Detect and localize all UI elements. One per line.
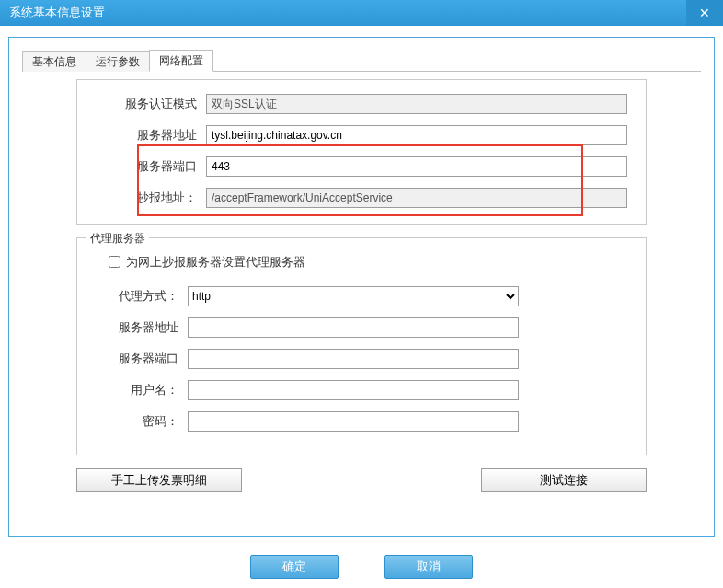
- ok-button[interactable]: 确定: [250, 555, 339, 579]
- label-proxy-password: 密码：: [96, 413, 188, 430]
- row-server-address: 服务器地址: [96, 124, 627, 146]
- close-icon: ✕: [699, 6, 710, 19]
- tab-basic-info[interactable]: 基本信息: [22, 51, 86, 72]
- auth-mode-field: 双向SSL认证: [206, 94, 627, 114]
- proxy-fieldset: 代理服务器 为网上抄报服务器设置代理服务器 代理方式： http 服务器地址: [76, 237, 647, 455]
- content-panel: 基本信息 运行参数 网络配置 服务认证模式 双向SSL认证 服务器地址 服务器端…: [8, 37, 715, 537]
- close-button[interactable]: ✕: [686, 0, 723, 26]
- row-proxy-method: 代理方式： http: [96, 285, 627, 307]
- settings-window: 系统基本信息设置 ✕ 基本信息 运行参数 网络配置 服务认证模式 双向SSL认证…: [0, 0, 723, 588]
- title-bar: 系统基本信息设置 ✕: [0, 0, 723, 26]
- row-proxy-address: 服务器地址: [96, 317, 627, 339]
- label-server-port: 服务器端口: [96, 158, 206, 175]
- row-report-address: 抄报地址： /acceptFramework/UniAcceptService: [96, 187, 627, 209]
- manual-upload-button[interactable]: 手工上传发票明细: [76, 468, 242, 492]
- proxy-port-input[interactable]: [188, 349, 519, 369]
- label-proxy-user: 用户名：: [96, 382, 188, 398]
- label-proxy-port: 服务器端口: [96, 351, 188, 367]
- label-proxy-address: 服务器地址: [96, 319, 188, 336]
- row-proxy-user: 用户名：: [96, 379, 627, 401]
- proxy-enable-checkbox[interactable]: [109, 256, 120, 268]
- row-auth-mode: 服务认证模式 双向SSL认证: [96, 93, 627, 115]
- label-proxy-method: 代理方式：: [96, 288, 188, 305]
- proxy-password-input[interactable]: [188, 411, 519, 432]
- test-connection-button[interactable]: 测试连接: [481, 468, 647, 492]
- label-auth-mode: 服务认证模式: [96, 96, 206, 112]
- row-proxy-enable: 为网上抄报服务器设置代理服务器: [105, 253, 627, 271]
- tab-strip: 基本信息 运行参数 网络配置: [22, 51, 701, 72]
- proxy-legend: 代理服务器: [86, 231, 149, 247]
- server-port-input[interactable]: [206, 156, 627, 177]
- form-area: 服务认证模式 双向SSL认证 服务器地址 服务器端口 抄报地址： /accept…: [76, 79, 647, 492]
- label-report-address: 抄报地址：: [96, 190, 206, 206]
- label-server-address: 服务器地址: [96, 127, 206, 144]
- cancel-button[interactable]: 取消: [384, 555, 473, 579]
- tab-runtime-params[interactable]: 运行参数: [86, 51, 150, 72]
- proxy-method-select[interactable]: http: [188, 286, 519, 306]
- tab-network-config[interactable]: 网络配置: [149, 50, 213, 72]
- proxy-user-input[interactable]: [188, 380, 519, 400]
- proxy-address-input[interactable]: [188, 317, 519, 338]
- bottom-bar: 确定 取消: [0, 555, 723, 579]
- row-proxy-password: 密码：: [96, 410, 627, 432]
- row-server-port: 服务器端口: [96, 156, 627, 178]
- row-proxy-port: 服务器端口: [96, 348, 627, 370]
- action-button-row: 手工上传发票明细 测试连接: [76, 468, 647, 492]
- server-fieldset: 服务认证模式 双向SSL认证 服务器地址 服务器端口 抄报地址： /accept…: [76, 79, 647, 225]
- window-title: 系统基本信息设置: [9, 5, 105, 21]
- report-address-field: /acceptFramework/UniAcceptService: [206, 188, 627, 208]
- proxy-enable-label: 为网上抄报服务器设置代理服务器: [126, 254, 305, 271]
- server-address-input[interactable]: [206, 125, 627, 145]
